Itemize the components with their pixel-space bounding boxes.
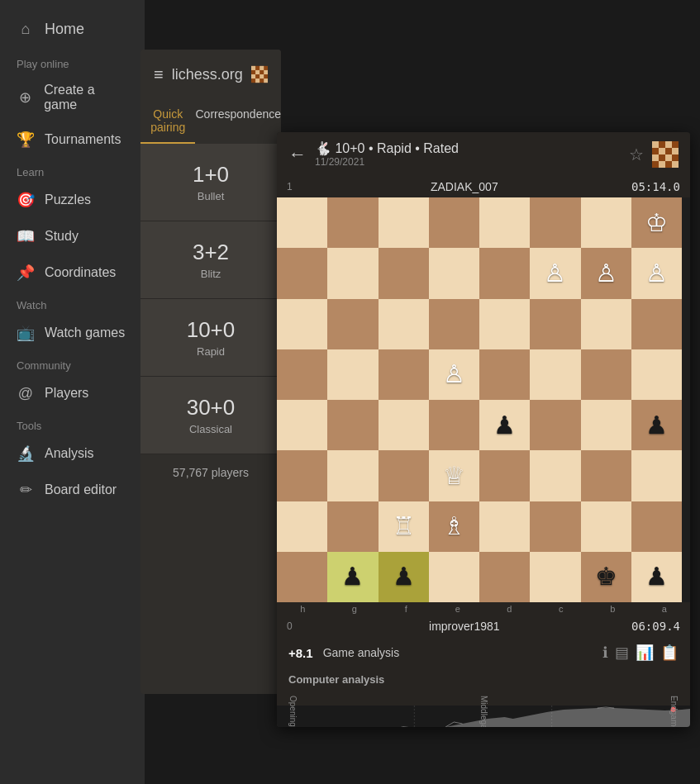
cell-5-4[interactable] <box>479 450 530 501</box>
classical-pairing-btn[interactable]: 30+0 Classical <box>140 377 281 454</box>
cell-2-3[interactable] <box>429 299 479 349</box>
cell-3-5[interactable] <box>530 349 580 400</box>
cell-7-0[interactable] <box>277 552 327 602</box>
cell-3-4[interactable] <box>479 349 530 400</box>
cell-0-1[interactable] <box>327 197 378 248</box>
cell-2-6[interactable] <box>581 299 631 349</box>
info-icon[interactable]: ℹ <box>602 644 608 662</box>
cell-1-1[interactable] <box>327 248 378 298</box>
piece-4-4: ♟ <box>493 413 516 438</box>
cell-1-7[interactable]: ♙ <box>631 248 682 298</box>
cell-0-2[interactable] <box>379 197 429 248</box>
cell-1-4[interactable] <box>479 248 530 298</box>
cell-3-1[interactable] <box>327 349 378 400</box>
tab-quick-pairing[interactable]: Quick pairing <box>140 99 195 144</box>
cell-0-5[interactable] <box>530 197 580 248</box>
analysis-icon: 🔬 <box>17 444 35 463</box>
cell-4-0[interactable] <box>277 400 327 450</box>
book-icon[interactable]: 📋 <box>660 644 679 662</box>
game-panel: ← 🐇 10+0 • Rapid • Rated 11/29/2021 ☆ 1 … <box>277 132 690 727</box>
cell-6-1[interactable] <box>327 501 378 552</box>
cell-0-6[interactable] <box>581 197 631 248</box>
cell-7-4[interactable] <box>479 552 530 602</box>
cell-0-3[interactable] <box>429 197 479 248</box>
sidebar-item-home[interactable]: ⌂ Home <box>0 8 145 50</box>
rapid-pairing-btn[interactable]: 10+0 Rapid <box>140 299 281 377</box>
cell-5-2[interactable] <box>379 450 429 501</box>
chess-board[interactable]: ♔♙♙♙♙♟♟♕♖♗♟♟♚♟ <box>277 197 682 602</box>
cell-1-6[interactable]: ♙ <box>581 248 631 298</box>
coord-a: a <box>639 604 691 614</box>
cell-5-7[interactable] <box>631 450 682 501</box>
cell-3-7[interactable] <box>631 349 682 400</box>
cell-4-3[interactable] <box>429 400 479 450</box>
cell-7-1[interactable]: ♟ <box>327 552 378 602</box>
cell-7-3[interactable] <box>429 552 479 602</box>
tabs-row: Quick pairing Correspondence <box>140 99 281 144</box>
cell-1-5[interactable]: ♙ <box>530 248 580 298</box>
cell-0-7[interactable]: ♔ <box>631 197 682 248</box>
hamburger-icon[interactable]: ≡ <box>154 65 164 84</box>
bullet-pairing-btn[interactable]: 1+0 Bullet <box>140 144 281 221</box>
cell-3-2[interactable] <box>379 349 429 400</box>
cell-0-4[interactable] <box>479 197 530 248</box>
analysis-label: Game analysis <box>323 646 400 659</box>
cell-5-1[interactable] <box>327 450 378 501</box>
cell-6-2[interactable]: ♖ <box>379 501 429 552</box>
blitz-pairing-btn[interactable]: 3+2 Blitz <box>140 221 281 299</box>
star-button[interactable]: ☆ <box>629 145 644 164</box>
cell-2-2[interactable] <box>379 299 429 349</box>
back-button[interactable]: ← <box>288 144 307 165</box>
sidebar-home-label: Home <box>45 21 84 38</box>
chart-icon[interactable]: 📊 <box>636 644 654 662</box>
svg-rect-8 <box>264 78 268 83</box>
sidebar-item-players[interactable]: @ Players <box>0 375 145 411</box>
piece-1-6: ♙ <box>595 261 617 286</box>
sidebar-item-board-editor[interactable]: ✏ Board editor <box>0 472 145 508</box>
cell-5-3[interactable]: ♕ <box>429 450 479 501</box>
player1-name: ZADIAK_007 <box>431 180 498 193</box>
cell-7-6[interactable]: ♚ <box>581 552 631 602</box>
cell-6-7[interactable] <box>631 501 682 552</box>
cell-1-3[interactable] <box>429 248 479 298</box>
moves-icon[interactable]: ▤ <box>615 644 629 662</box>
sidebar-item-puzzles[interactable]: 🎯 Puzzles <box>0 182 145 218</box>
cell-6-3[interactable]: ♗ <box>429 501 479 552</box>
cell-5-6[interactable] <box>581 450 631 501</box>
cell-4-7[interactable]: ♟ <box>631 400 682 450</box>
cell-2-4[interactable] <box>479 299 530 349</box>
sidebar-item-tournaments[interactable]: 🏆 Tournaments <box>0 121 145 158</box>
cell-4-5[interactable] <box>530 400 580 450</box>
cell-2-5[interactable] <box>530 299 580 349</box>
sidebar-item-watch-games[interactable]: 📺 Watch games <box>0 315 145 351</box>
cell-3-6[interactable] <box>581 349 631 400</box>
cell-7-5[interactable] <box>530 552 580 602</box>
sidebar-item-study[interactable]: 📖 Study <box>0 218 145 254</box>
tab-correspondence[interactable]: Correspondence <box>195 99 281 144</box>
cell-7-2[interactable]: ♟ <box>379 552 429 602</box>
cell-2-7[interactable] <box>631 299 682 349</box>
cell-6-5[interactable] <box>530 501 580 552</box>
cell-4-4[interactable]: ♟ <box>479 400 530 450</box>
cell-2-0[interactable] <box>277 299 327 349</box>
sidebar-item-create-game[interactable]: ⊕ Create a game <box>0 74 145 121</box>
cell-6-4[interactable] <box>479 501 530 552</box>
piece-7-2: ♟ <box>393 564 415 589</box>
sidebar-item-coordinates[interactable]: 📌 Coordinates <box>0 254 145 291</box>
cell-4-2[interactable] <box>379 400 429 450</box>
cell-6-0[interactable] <box>277 501 327 552</box>
cell-3-3[interactable]: ♙ <box>429 349 479 400</box>
cell-0-0[interactable] <box>277 197 327 248</box>
cell-5-5[interactable] <box>530 450 580 501</box>
cell-4-6[interactable] <box>581 400 631 450</box>
cell-7-7[interactable]: ♟ <box>631 552 682 602</box>
cell-3-0[interactable] <box>277 349 327 400</box>
cell-2-1[interactable] <box>327 299 378 349</box>
cell-4-1[interactable] <box>327 400 378 450</box>
cell-5-0[interactable] <box>277 450 327 501</box>
sidebar-item-analysis[interactable]: 🔬 Analysis <box>0 435 145 472</box>
cell-1-2[interactable] <box>379 248 429 298</box>
cell-6-6[interactable] <box>581 501 631 552</box>
cell-1-0[interactable] <box>277 248 327 298</box>
blitz-label: Blitz <box>140 268 281 280</box>
